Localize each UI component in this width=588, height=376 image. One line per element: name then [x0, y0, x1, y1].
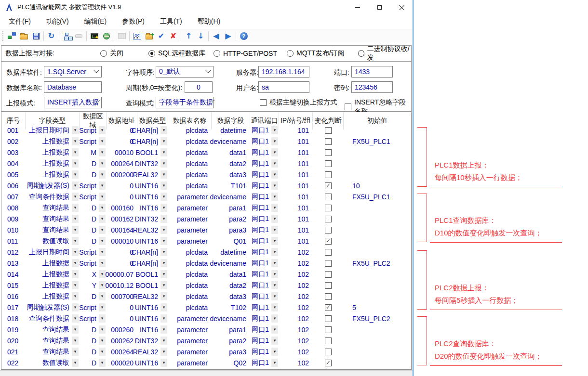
dropdown-button[interactable]	[271, 292, 278, 300]
table-row[interactable]: 011数值读取D000010UINT16parameterQ01网口1101	[1, 235, 411, 246]
table-row[interactable]: 021查询结果D000264REAL32parameterpara3网口1102	[1, 346, 411, 357]
change-detect-checkbox[interactable]	[325, 293, 332, 300]
toolbar-folder-new-button[interactable]	[143, 30, 155, 42]
dropdown-button[interactable]	[72, 226, 79, 234]
table-row[interactable]: 022数值读取D000020UINT16parameterQ02网口1102	[1, 357, 411, 368]
dropdown-button[interactable]	[72, 215, 79, 223]
dropdown-button[interactable]	[72, 281, 79, 289]
menu-item-3[interactable]: 参数(P)	[116, 15, 150, 28]
dropdown-button[interactable]	[72, 348, 79, 356]
change-detect-checkbox[interactable]	[325, 360, 332, 366]
dropdown-button[interactable]	[271, 237, 278, 245]
period-input[interactable]	[185, 81, 213, 93]
dropdown-button[interactable]	[271, 215, 278, 223]
dropdown-button[interactable]	[160, 226, 167, 234]
dropdown-button[interactable]	[99, 215, 106, 223]
dropdown-button[interactable]	[160, 337, 167, 345]
dropdown-button[interactable]	[72, 359, 79, 367]
dropdown-button[interactable]	[271, 226, 278, 234]
toolbar-save-file-button[interactable]	[30, 30, 42, 42]
server-input[interactable]	[258, 66, 309, 78]
dropdown-button[interactable]	[99, 270, 106, 278]
dropdown-button[interactable]	[99, 359, 106, 367]
dropdown-button[interactable]	[271, 170, 278, 179]
dropdown-button[interactable]	[72, 237, 79, 245]
dropdown-button[interactable]	[72, 193, 79, 201]
dropdown-button[interactable]	[271, 337, 278, 345]
dropdown-button[interactable]	[99, 281, 106, 289]
dropdown-button[interactable]	[271, 325, 278, 334]
toolbar-confirm-button[interactable]: ✔	[155, 30, 167, 42]
toolbar-topology-button[interactable]	[61, 30, 73, 42]
db-name-input[interactable]	[44, 81, 102, 93]
dropdown-button[interactable]	[160, 348, 167, 356]
table-row[interactable]: 015上报数据Y00010.12BOOL1plcdatadata2网口1102	[1, 280, 411, 291]
toolbar-delete-button[interactable]: ✘	[167, 30, 179, 42]
dropdown-button[interactable]	[99, 248, 106, 256]
table-row[interactable]: 006周期触发器(S)Script0UINT16plcdataT101网口110…	[1, 180, 411, 191]
dropdown-button[interactable]	[160, 248, 167, 256]
dropdown-button[interactable]	[271, 126, 278, 134]
table-row[interactable]: 014上报数据X00000.07BOOL1plcdatadata1网口1102	[1, 269, 411, 280]
dropdown-button[interactable]	[72, 137, 79, 145]
table-row[interactable]: 010查询结果D000164REAL32parameterpara3网口1101	[1, 224, 411, 235]
radio-1-selected[interactable]: SQL远程数据库	[148, 49, 205, 58]
dropdown-button[interactable]	[99, 182, 106, 190]
change-detect-checkbox[interactable]	[325, 149, 332, 156]
dropdown-button[interactable]	[271, 204, 278, 212]
dropdown-button[interactable]	[99, 137, 106, 145]
menu-item-4[interactable]: 工具(T)	[154, 15, 188, 28]
menu-item-5[interactable]: 帮助(H)	[192, 15, 226, 28]
dropdown-button[interactable]	[160, 303, 167, 311]
dropdown-button[interactable]	[271, 270, 278, 278]
menu-item-1[interactable]: 功能(V)	[40, 15, 75, 28]
username-input[interactable]	[258, 81, 309, 93]
dropdown-button[interactable]	[160, 148, 167, 156]
dropdown-button[interactable]	[271, 193, 278, 201]
table-row[interactable]: 016上报数据D000700REAL32plcdatadata3网口1102	[1, 291, 411, 302]
query-mode-select[interactable]: 字段等于条件数据	[156, 97, 214, 108]
dropdown-button[interactable]	[72, 270, 79, 278]
menu-item-0[interactable]: 文件(F)	[3, 15, 37, 28]
table-row[interactable]: 017周期触发器(S)Script0UINT16plcdataT102网口110…	[1, 302, 411, 313]
db-software-select[interactable]: 1.SQLServer	[44, 66, 102, 78]
dropdown-button[interactable]	[271, 348, 278, 356]
change-detect-checkbox[interactable]	[325, 182, 332, 189]
table-row[interactable]: 013上报数据Script0CHAR[n]plcdatadevicename网口…	[1, 258, 411, 269]
dropdown-button[interactable]	[271, 359, 278, 367]
change-detect-checkbox[interactable]	[325, 282, 332, 289]
dropdown-button[interactable]	[72, 204, 79, 212]
table-row[interactable]: 007查询条件数据Script0UINT16parameterdevicenam…	[1, 191, 411, 202]
menu-item-2[interactable]: 编辑(E)	[79, 15, 113, 28]
dropdown-button[interactable]	[72, 325, 79, 334]
dropdown-button[interactable]	[99, 303, 106, 311]
dropdown-button[interactable]	[99, 170, 106, 179]
change-detect-checkbox[interactable]	[325, 171, 332, 178]
table-row[interactable]: 012上报日期时间Script0CHAR[n]plcdatadatetime网口…	[1, 246, 411, 258]
change-detect-checkbox[interactable]	[325, 315, 332, 322]
change-detect-checkbox[interactable]	[325, 238, 332, 245]
radio-0[interactable]: 关闭	[100, 49, 123, 58]
change-detect-checkbox[interactable]	[325, 127, 332, 134]
dropdown-button[interactable]	[72, 182, 79, 190]
toolbar-network-globe-button[interactable]	[100, 30, 112, 42]
toolbar-help-button[interactable]: ?	[238, 30, 250, 42]
toolbar-open-file-button[interactable]	[18, 30, 30, 42]
close-icon[interactable]	[390, 0, 413, 14]
char-order-select[interactable]: 0_默认	[156, 66, 214, 78]
dropdown-button[interactable]	[99, 237, 106, 245]
dropdown-button[interactable]	[72, 170, 79, 179]
change-detect-checkbox[interactable]	[325, 271, 332, 278]
dropdown-button[interactable]	[99, 325, 106, 334]
dropdown-button[interactable]	[72, 292, 79, 300]
dropdown-button[interactable]	[271, 159, 278, 168]
change-detect-checkbox[interactable]	[325, 304, 332, 311]
dropdown-button[interactable]	[160, 137, 167, 145]
dropdown-button[interactable]	[99, 337, 106, 345]
radio-2[interactable]: HTTP-GET/POST	[214, 50, 277, 57]
dropdown-button[interactable]	[271, 259, 278, 267]
dropdown-button[interactable]	[72, 337, 79, 345]
table-row[interactable]: 005上报数据D000200REAL32plcdatadata3网口1101	[1, 169, 411, 180]
table-row[interactable]: 018查询条件数据Script0UINT16parameterdevicenam…	[1, 313, 411, 324]
dropdown-button[interactable]	[160, 237, 167, 245]
